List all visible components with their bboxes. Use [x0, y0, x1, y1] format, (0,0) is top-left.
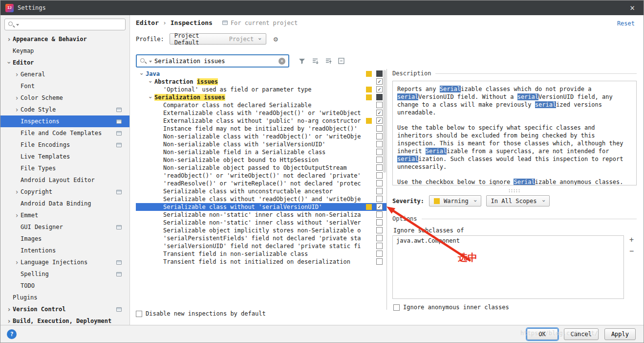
inspection-row[interactable]: Non-serializable object passed to Object… [136, 164, 386, 172]
sidebar-item-live-templates[interactable]: Live Templates [0, 151, 129, 162]
inspection-row[interactable]: Comparator class not declared Serializab… [136, 101, 386, 109]
inspection-row[interactable]: ›Abstraction issues [136, 78, 386, 86]
inspection-checkbox[interactable] [376, 133, 383, 139]
add-class-button[interactable]: + [627, 235, 636, 244]
ignore-subclasses-list[interactable]: java.awt.Component [392, 235, 624, 299]
chevron-right-icon[interactable]: › [5, 36, 13, 43]
inspection-checkbox[interactable] [376, 219, 383, 226]
chevron-right-icon[interactable]: › [13, 106, 21, 113]
inspection-checkbox[interactable] [376, 125, 383, 132]
sidebar-item-images[interactable]: Images [0, 233, 129, 245]
help-button[interactable]: ? [7, 329, 17, 339]
inspection-row[interactable]: Instance field may not be initialized by… [136, 125, 386, 133]
sidebar-item-inspections[interactable]: Inspections [0, 115, 129, 127]
chevron-right-icon[interactable]: › [13, 259, 21, 266]
sidebar-item-file-encodings[interactable]: File Encodings [0, 139, 129, 151]
inspection-row[interactable]: Non-serializable class with 'serialVersi… [136, 140, 386, 148]
sidebar-item-file-types[interactable]: File Types [0, 162, 129, 174]
sidebar-item-code-style[interactable]: ›Code Style [0, 104, 129, 115]
inspection-row[interactable]: Transient field is not initialized on de… [136, 258, 386, 266]
inspection-row[interactable]: 'readObject()' or 'writeObject()' not de… [136, 172, 386, 180]
reset-link[interactable]: Reset [617, 20, 635, 27]
severity-select[interactable]: Warning › [429, 195, 481, 206]
inspection-checkbox[interactable] [376, 86, 383, 92]
search-history-chevron-icon[interactable] [16, 24, 19, 26]
splitter-handle[interactable] [508, 189, 521, 192]
inspection-checkbox[interactable] [376, 164, 383, 171]
chevron-right-icon[interactable]: › [5, 318, 13, 324]
inspection-row[interactable]: Serializable class without 'serialVersio… [136, 203, 386, 211]
inspection-row[interactable]: Serializable class without 'readObject()… [136, 195, 386, 203]
sidebar-item-todo[interactable]: TODO [0, 280, 129, 292]
sidebar-search[interactable] [4, 19, 126, 30]
inspection-checkbox[interactable] [376, 211, 383, 218]
close-icon[interactable]: × [621, 0, 644, 15]
inspection-checkbox[interactable] [376, 94, 383, 100]
inspection-row[interactable]: ›Java [136, 70, 386, 78]
search-history-chevron-icon[interactable] [149, 61, 152, 63]
inspection-row[interactable]: 'serialVersionUID' field not declared 'p… [136, 242, 386, 250]
sidebar-item-version-control[interactable]: ›Version Control [0, 303, 129, 315]
chevron-right-icon[interactable]: › [13, 71, 21, 78]
inspection-checkbox[interactable] [376, 180, 383, 186]
inspection-row[interactable]: Non-serializable field in a Serializable… [136, 148, 386, 156]
ok-button[interactable]: OK [527, 328, 558, 340]
chevron-down-icon[interactable]: › [6, 59, 13, 67]
sidebar-item-general[interactable]: ›General [0, 69, 129, 80]
disable-new-inspections-checkbox[interactable] [136, 311, 142, 317]
inspection-row[interactable]: Non-serializable class with 'readObject(… [136, 133, 386, 140]
sidebar-item-font[interactable]: Font [0, 80, 129, 92]
inspection-row[interactable]: Non-serializable object bound to HttpSes… [136, 156, 386, 164]
inspection-checkbox[interactable] [376, 172, 383, 179]
sidebar-item-language-injections[interactable]: ›Language Injections [0, 256, 129, 268]
inspection-checkbox[interactable] [376, 196, 383, 202]
inspection-checkbox[interactable] [376, 102, 383, 108]
sidebar-item-intentions[interactable]: Intentions [0, 245, 129, 256]
inspection-checkbox[interactable] [376, 110, 383, 116]
sidebar-item-emmet[interactable]: ›Emmet [0, 209, 129, 221]
chevron-right-icon[interactable]: › [13, 212, 21, 219]
inspection-checkbox[interactable] [376, 188, 383, 194]
collapse-node-icon[interactable] [337, 57, 345, 65]
sidebar-search-input[interactable] [21, 21, 122, 28]
sidebar-item-spelling[interactable]: Spelling [0, 268, 129, 280]
ignored-class-item[interactable]: java.awt.Component [393, 236, 623, 246]
sidebar-item-appearance-behavior[interactable]: ›Appearance & Behavior [0, 33, 129, 45]
sidebar-item-plugins[interactable]: Plugins [0, 292, 129, 303]
remove-class-button[interactable]: − [627, 247, 636, 255]
inspection-checkbox[interactable] [376, 258, 383, 265]
scope-select[interactable]: In All Scopes › [486, 195, 550, 206]
sidebar-item-build-execution-deployment[interactable]: ›Build, Execution, Deployment [0, 315, 129, 325]
filter-icon[interactable] [298, 57, 306, 65]
chevron-right-icon[interactable]: › [5, 306, 13, 313]
inspection-checkbox[interactable] [376, 149, 383, 155]
cancel-button[interactable]: Cancel [564, 328, 599, 340]
sidebar-item-file-and-code-templates[interactable]: File and Code Templates [0, 127, 129, 139]
chevron-down-icon[interactable]: › [148, 93, 153, 101]
sidebar-item-android-layout-editor[interactable]: Android Layout Editor [0, 174, 129, 186]
inspection-checkbox[interactable] [376, 157, 383, 163]
inspection-row[interactable]: Externalizable class without 'public' no… [136, 117, 386, 125]
ignore-anonymous-checkbox[interactable] [393, 304, 400, 311]
inspection-checkbox[interactable] [376, 117, 383, 124]
inspection-row[interactable]: Transient field in non-serializable clas… [136, 250, 386, 258]
inspection-row[interactable]: Serializable non-'static' inner class wi… [136, 219, 386, 227]
clear-search-icon[interactable]: × [279, 58, 285, 65]
chevron-down-icon[interactable]: › [148, 78, 153, 86]
inspection-row[interactable]: Serializable object implicitly stores no… [136, 227, 386, 234]
collapse-all-icon[interactable] [324, 57, 332, 65]
inspection-checkbox[interactable] [376, 243, 383, 249]
apply-button[interactable]: Apply [604, 328, 636, 340]
sidebar-item-copyright[interactable]: ›Copyright [0, 186, 129, 198]
inspection-row[interactable]: 'Optional' used as field or parameter ty… [136, 86, 386, 93]
chevron-right-icon[interactable]: › [13, 94, 21, 101]
profile-select[interactable]: Project Default Project › [170, 33, 266, 45]
expand-all-icon[interactable] [311, 57, 319, 65]
chevron-down-icon[interactable]: › [139, 70, 145, 78]
inspection-checkbox[interactable] [376, 227, 383, 233]
sidebar-item-keymap[interactable]: Keymap [0, 45, 129, 57]
sidebar-item-gui-designer[interactable]: GUI Designer [0, 221, 129, 233]
inspection-row[interactable]: Externalizable class with 'readObject()'… [136, 109, 386, 117]
inspection-checkbox[interactable] [376, 78, 383, 85]
inspections-search[interactable]: × [136, 54, 289, 68]
